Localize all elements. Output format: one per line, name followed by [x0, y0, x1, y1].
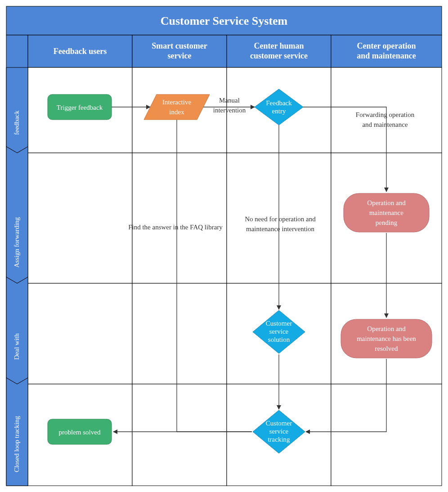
node-cstrack-label-3: tracking — [268, 436, 290, 443]
node-cstrack-label-1: Customer — [266, 420, 292, 427]
node-index-label-1: Interactive — [162, 98, 191, 106]
col-3-label-1: Center human — [254, 41, 304, 50]
col-2-label-1: Smart customer — [152, 41, 207, 50]
label-noneed-1: No need for operation and — [245, 215, 316, 223]
node-fbentry-label-1: Feedback — [266, 99, 292, 107]
col-3-label-2: customer service — [250, 51, 308, 60]
label-fwd-1: Forwarding operation — [356, 111, 415, 118]
label-manual-1: Manual — [219, 97, 240, 104]
label-manual-2: intervention — [213, 107, 246, 114]
node-cssol-label-1: Customer — [266, 320, 292, 327]
node-solved-label: problem solved — [59, 429, 101, 436]
col-4-label-1: Center operation — [357, 41, 416, 50]
col-2-label-2: service — [168, 51, 192, 60]
node-cssol-label-3: solution — [268, 336, 290, 343]
row-3-label: Deal with — [13, 333, 20, 360]
cell — [132, 283, 227, 384]
node-index-label-2: index — [169, 108, 184, 116]
node-fbentry-label-2: entry — [272, 107, 286, 115]
cell — [132, 153, 227, 283]
label-faq: Find the answer in the FAQ library — [128, 224, 223, 231]
node-cstrack-label-2: service — [269, 428, 289, 435]
node-pending-label-3: pending — [376, 219, 398, 226]
node-trigger-label: Trigger feedback — [57, 104, 103, 111]
node-pending-label-1: Operation and — [367, 199, 406, 206]
node-cssol-label-2: service — [269, 328, 289, 335]
row-1-chevron — [6, 67, 28, 153]
node-pending-label-2: maintenance — [369, 209, 403, 216]
label-fwd-2: and maintenance — [362, 121, 408, 128]
cell — [28, 153, 132, 283]
cell — [28, 283, 132, 384]
cell — [132, 384, 227, 486]
diagram-title: Customer Service System — [161, 14, 288, 27]
row-2-label: Assign forwarding — [13, 217, 20, 268]
node-resolved-label-3: resolved — [375, 345, 398, 352]
col-1-label: Feedback users — [54, 47, 107, 56]
col-4-label-2: and maintenance — [357, 51, 416, 60]
row-1-label: feedback — [13, 110, 20, 135]
row-3-chevron — [6, 277, 28, 384]
node-resolved-label-1: Operation and — [367, 325, 406, 332]
row-4-label: Closed loop tracking — [13, 416, 20, 472]
label-noneed-2: maintenance intervention — [246, 225, 315, 233]
node-resolved-label-2: maintenance has been — [357, 335, 416, 342]
